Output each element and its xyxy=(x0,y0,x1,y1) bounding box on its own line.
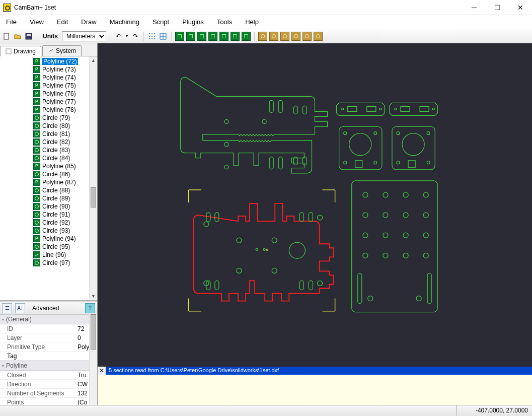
tool-rect-icon[interactable] xyxy=(280,32,289,41)
scroll-thumb[interactable] xyxy=(91,187,96,207)
menu-draw[interactable]: Draw xyxy=(79,17,98,27)
tree-node[interactable]: Circle (91) xyxy=(5,211,89,219)
tree-node[interactable]: Polyline (73) xyxy=(5,65,89,74)
mop-drill-icon[interactable] xyxy=(208,32,217,41)
tree-node[interactable]: Circle (80) xyxy=(5,122,89,130)
tool-spiral-icon[interactable] xyxy=(269,32,278,41)
tree-node-label: Circle (91) xyxy=(42,211,70,218)
tab-drawing[interactable]: Drawing xyxy=(0,46,41,56)
menu-machining[interactable]: Machining xyxy=(108,17,141,27)
tree-node[interactable]: Polyline (72) xyxy=(5,57,89,65)
tool-arc-icon[interactable] xyxy=(314,32,323,41)
tree-node[interactable]: Circle (93) xyxy=(5,227,89,235)
tree-node[interactable]: Polyline (87) xyxy=(5,178,89,186)
tree-node[interactable]: Circle (90) xyxy=(5,202,89,211)
tree-node[interactable]: Polyline (78) xyxy=(5,106,89,114)
tool-poly-icon[interactable] xyxy=(291,32,300,41)
menu-plugins[interactable]: Plugins xyxy=(180,17,206,27)
prop-numseg-key: Number of Segments xyxy=(0,390,75,397)
cad-viewport[interactable]: × xyxy=(98,43,532,367)
tree-node[interactable]: Polyline (75) xyxy=(5,82,89,90)
tree-node[interactable]: Polyline (74) xyxy=(5,74,89,82)
property-grid[interactable]: (General) ID72 Layer0 Primitive TypePoly… xyxy=(0,314,97,405)
tree-node[interactable]: Circle (89) xyxy=(5,194,89,202)
mop-3d-icon[interactable] xyxy=(231,32,240,41)
group-general[interactable]: (General) xyxy=(0,314,97,324)
mop-profile-icon[interactable] xyxy=(175,32,184,41)
tree-node[interactable]: Circle (88) xyxy=(5,186,89,194)
menu-help[interactable]: Help xyxy=(243,17,261,27)
svg-rect-24 xyxy=(278,157,282,169)
tree-node-label: Polyline (76) xyxy=(42,90,76,97)
tree-node[interactable]: Polyline (77) xyxy=(5,98,89,106)
tree-node-label: Line (96) xyxy=(42,251,66,258)
tool-point-icon[interactable] xyxy=(302,32,312,41)
svg-point-38 xyxy=(432,108,434,110)
props-scroll-thumb[interactable] xyxy=(91,314,96,350)
close-button[interactable]: ✕ xyxy=(509,0,532,15)
tree-node[interactable]: Polyline (76) xyxy=(5,90,89,98)
undo-dropdown[interactable]: ▾ xyxy=(125,32,129,41)
scroll-up-icon[interactable]: ▲ xyxy=(90,56,97,64)
menu-tools[interactable]: Tools xyxy=(215,17,234,27)
svg-point-42 xyxy=(374,132,377,135)
tree-node[interactable]: Circle (97) xyxy=(5,259,89,267)
menu-script[interactable]: Script xyxy=(150,17,171,27)
toolbar-separator xyxy=(143,32,144,41)
open-file-icon[interactable] xyxy=(13,32,22,41)
redo-button[interactable]: ↷ xyxy=(131,32,140,41)
mop-engrave-icon[interactable] xyxy=(197,32,206,41)
svg-point-83 xyxy=(256,248,258,250)
new-file-icon[interactable] xyxy=(2,32,11,41)
grid-dots-icon[interactable] xyxy=(147,32,157,41)
undo-button[interactable]: ↶ xyxy=(114,32,123,41)
menu-file[interactable]: File xyxy=(4,17,19,27)
units-select[interactable]: Millimeters xyxy=(62,31,106,41)
system-tab-icon xyxy=(48,48,54,54)
tree-node[interactable]: Circle (81) xyxy=(5,130,89,138)
categorized-icon[interactable]: ☰ xyxy=(2,303,12,313)
mop-text-icon[interactable] xyxy=(219,32,229,41)
menu-edit[interactable]: Edit xyxy=(55,17,70,27)
circ-icon xyxy=(33,259,40,266)
svg-rect-86 xyxy=(215,213,219,222)
tree-node[interactable]: Circle (84) xyxy=(5,154,89,162)
tree-node[interactable]: Line (96) xyxy=(5,251,89,259)
mop-pocket-icon[interactable] xyxy=(186,32,195,41)
mop-lathe-icon[interactable] xyxy=(242,32,251,41)
tree-node[interactable]: Circle (92) xyxy=(5,219,89,227)
minimize-button[interactable]: ─ xyxy=(463,0,486,15)
canvas-area: × xyxy=(98,43,532,405)
alphabetical-icon[interactable]: A↓ xyxy=(15,303,25,313)
tool-circle-icon[interactable] xyxy=(258,32,267,41)
svg-point-44 xyxy=(374,161,377,164)
svg-rect-36 xyxy=(420,106,429,111)
tree-node[interactable]: Circle (82) xyxy=(5,138,89,146)
svg-point-59 xyxy=(383,213,388,218)
help-icon[interactable]: ? xyxy=(85,303,95,313)
props-scrollbar[interactable] xyxy=(89,314,97,405)
tree-scrollbar[interactable]: ▲ ▼ xyxy=(89,56,97,300)
tree-node[interactable]: Circle (86) xyxy=(5,170,89,178)
tab-system[interactable]: System xyxy=(42,45,82,56)
toolbar-separator xyxy=(254,32,255,41)
tree-node[interactable]: Polyline (94) xyxy=(5,235,89,243)
svg-rect-19 xyxy=(269,100,273,112)
tree-node[interactable]: Circle (83) xyxy=(5,146,89,154)
svg-point-55 xyxy=(383,192,388,197)
advanced-button[interactable]: Advanced xyxy=(28,305,63,312)
scroll-down-icon[interactable]: ▼ xyxy=(90,292,97,300)
menu-view[interactable]: View xyxy=(28,17,46,27)
svg-point-28 xyxy=(224,143,229,147)
svg-point-76 xyxy=(237,238,242,243)
drawing-tree[interactable]: Polyline (72)Polyline (73)Polyline (74)P… xyxy=(0,56,97,300)
tree-node[interactable]: Circle (95) xyxy=(5,243,89,251)
maximize-button[interactable]: ☐ xyxy=(486,0,509,15)
tree-node[interactable]: Circle (79) xyxy=(5,114,89,122)
message-close-icon[interactable]: ✕ xyxy=(98,367,106,375)
tree-node[interactable]: Polyline (85) xyxy=(5,162,89,170)
group-polyline[interactable]: Polyline xyxy=(0,361,97,371)
save-file-icon[interactable] xyxy=(24,32,33,41)
svg-point-51 xyxy=(427,161,430,164)
grid-lines-icon[interactable] xyxy=(159,32,168,41)
